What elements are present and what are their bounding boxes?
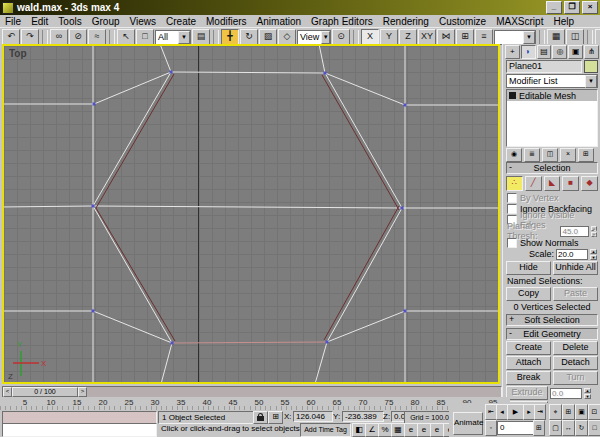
tab-motion[interactable]: ◎ (552, 45, 567, 59)
restrict-z-button[interactable]: Z (399, 29, 417, 46)
bind-to-space-warp-button[interactable]: ≈ (88, 29, 106, 46)
key-mode-toggle[interactable]: ◦ (485, 420, 497, 436)
chevron-down-icon[interactable]: ▼ (523, 31, 535, 44)
menu-views[interactable]: Views (125, 16, 162, 27)
object-name-field[interactable]: Plane01 (506, 60, 582, 73)
chevron-down-icon[interactable]: ▼ (585, 75, 597, 88)
absolute-offset-mode-toggle[interactable]: ⊞ (268, 411, 283, 424)
ignore-backfacing-checkbox[interactable] (507, 204, 517, 214)
add-time-tag-button[interactable]: Add Time Tag (300, 423, 351, 437)
chevron-down-icon[interactable]: ▼ (178, 31, 190, 44)
detach-button[interactable]: Detach (553, 356, 598, 370)
track-bar[interactable]: 5101520253035404550556065707580859095100 (0, 397, 510, 411)
normals-scale-field[interactable]: 20.0 (556, 249, 588, 260)
key-filter-button-1[interactable]: e (404, 423, 418, 437)
undo-button[interactable]: ↶ (2, 29, 20, 46)
region-zoom-button[interactable]: ▢ (549, 420, 562, 436)
play-button[interactable]: ▶ (507, 404, 524, 420)
time-slider-right-arrow[interactable]: > (78, 387, 87, 397)
modifier-list-dropdown[interactable]: Modifier List ▼ (506, 74, 598, 88)
chevron-down-icon[interactable]: ▼ (321, 31, 330, 44)
vertex-mode-button[interactable]: ∴ (506, 176, 523, 191)
break-button[interactable]: Break (506, 371, 551, 385)
object-color-swatch[interactable] (584, 60, 598, 73)
unlink-selection-button[interactable]: ⊘ (69, 29, 87, 46)
tab-modify[interactable]: ◗ (521, 45, 536, 59)
configure-button-sets-button[interactable]: ⊞ (578, 148, 594, 162)
pin-stack-button[interactable]: ◉ (506, 148, 522, 162)
time-configuration-button[interactable]: ⊞ (533, 420, 545, 436)
zoom-button[interactable]: ⌖ (549, 404, 562, 420)
named-selection-sets-dropdown[interactable]: ▼ (494, 30, 536, 45)
zoom-extents-button[interactable]: ▣ (575, 404, 588, 420)
menu-edit[interactable]: Edit (26, 16, 53, 27)
menu-help[interactable]: Help (548, 16, 579, 27)
element-mode-button[interactable]: ◆ (581, 176, 598, 191)
pan-button[interactable]: ↔ (562, 420, 575, 436)
top-viewport[interactable]: Top YXZ (2, 44, 500, 384)
maxscript-listener-output[interactable] (2, 423, 157, 437)
make-unique-button[interactable]: ◫ (542, 148, 558, 162)
time-slider-left-arrow[interactable]: < (3, 387, 12, 397)
delete-button[interactable]: Delete (553, 341, 598, 355)
select-and-rotate-button[interactable]: ↻ (240, 29, 258, 46)
menu-rendering[interactable]: Rendering (378, 16, 434, 27)
menu-file[interactable]: File (0, 16, 26, 27)
key-filter-button-2[interactable]: e (417, 423, 431, 437)
percent-snap-button[interactable]: % (378, 423, 392, 437)
select-and-scale-button[interactable]: ▨ (259, 29, 277, 46)
animate-button[interactable]: Animate (453, 412, 483, 435)
menu-create[interactable]: Create (161, 16, 201, 27)
snap-toggle-button[interactable]: ◧ (352, 423, 366, 437)
edit-geometry-rollout-header[interactable]: - Edit Geometry (506, 328, 598, 340)
array-button[interactable]: ⊞ (456, 29, 474, 46)
select-object-button[interactable]: ↖ (117, 29, 135, 46)
stack-item-editable-mesh[interactable]: Editable Mesh (507, 90, 597, 101)
close-button[interactable]: × (582, 1, 598, 14)
copy-button[interactable]: Copy (506, 287, 551, 301)
create-button[interactable]: Create (506, 341, 551, 355)
menu-maxscript[interactable]: MAXScript (491, 16, 548, 27)
menu-modifiers[interactable]: Modifiers (201, 16, 252, 27)
zoom-extents-all-button[interactable]: ⊡ (588, 404, 600, 420)
use-pivot-center-button[interactable]: ⊙ (332, 29, 350, 46)
spinner-snap-button[interactable]: ▦ (391, 423, 405, 437)
maximize-button[interactable]: ❐ (564, 1, 580, 14)
menu-tools[interactable]: Tools (53, 16, 86, 27)
selection-rollout-header[interactable]: - Selection (506, 162, 598, 174)
show-end-result-button[interactable]: ≣ (524, 148, 540, 162)
go-to-end-button[interactable]: ⇥ (534, 404, 546, 420)
face-mode-button[interactable]: ◣ (544, 176, 561, 191)
soft-selection-rollout-header[interactable]: + Soft Selection (506, 314, 598, 326)
rectangular-selection-region-button[interactable]: □ (136, 29, 154, 46)
time-slider-handle[interactable]: 0 / 100 (12, 387, 78, 397)
restrict-xy-plane-button[interactable]: XY (418, 29, 436, 46)
schematic-view-button[interactable]: ◫ (566, 29, 584, 46)
restrict-y-button[interactable]: Y (380, 29, 398, 46)
selection-lock-toggle[interactable] (253, 411, 268, 424)
show-normals-checkbox[interactable] (507, 238, 517, 248)
normals-scale-spinner[interactable]: ▲▼ (590, 249, 597, 260)
tab-create[interactable]: + (505, 45, 520, 59)
align-button[interactable]: ≡ (475, 29, 493, 46)
unhide-all-button[interactable]: Unhide All (553, 261, 598, 275)
x-coord-field[interactable]: 126.046 (293, 411, 333, 422)
select-and-link-button[interactable]: ∞ (50, 29, 68, 46)
track-view-button[interactable]: ▦ (547, 29, 565, 46)
redo-button[interactable]: ↷ (21, 29, 39, 46)
tab-utilities[interactable]: ⋔ (584, 45, 599, 59)
zoom-all-button[interactable]: ⊞ (562, 404, 575, 420)
restrict-x-button[interactable]: X (361, 29, 379, 46)
select-and-move-button[interactable]: ╋ (221, 29, 239, 46)
tab-display[interactable]: ▣ (568, 45, 583, 59)
select-by-name-button[interactable]: ▤ (192, 29, 210, 46)
selection-filter-dropdown[interactable]: All▼ (155, 30, 191, 45)
edge-mode-button[interactable]: ╱ (525, 176, 542, 191)
tab-hierarchy[interactable]: ▤ (537, 45, 552, 59)
polygon-mode-button[interactable]: ■ (562, 176, 579, 191)
menu-customize[interactable]: Customize (434, 16, 491, 27)
menu-animation[interactable]: Animation (252, 16, 306, 27)
y-coord-field[interactable]: -236.389 (342, 411, 384, 422)
arc-rotate-button[interactable]: ↻ (575, 420, 588, 436)
mirror-button[interactable]: ⋈ (437, 29, 455, 46)
